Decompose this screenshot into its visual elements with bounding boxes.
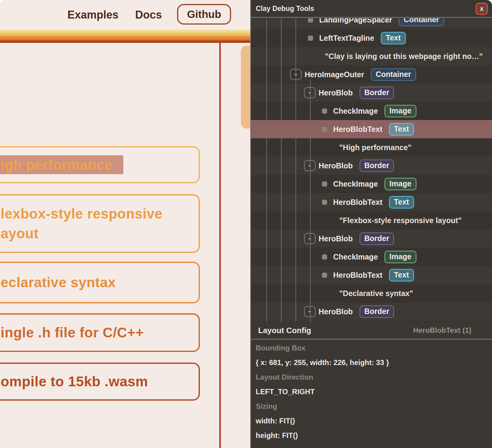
hero-feature-text: eclarative syntax — [1, 273, 116, 292]
hero-feature-box: ingle .h file for C/C++ — [0, 313, 200, 352]
element-type-badge: Container — [399, 18, 444, 26]
hero-feature-box: igh performance — [0, 146, 200, 183]
tree-text-content-row[interactable]: "High performance" — [251, 138, 492, 157]
header-stripe-bar — [0, 30, 250, 43]
layout-config-header: Layout Config HeroBlobText (1) — [251, 322, 492, 339]
element-label: HeroBlobText — [333, 271, 382, 280]
hero-feature-box: eclarative syntax — [0, 262, 200, 303]
element-label: CheckImage — [333, 180, 378, 188]
hero-feature-text: ompile to 15kb .wasm — [1, 372, 148, 391]
vertical-divider — [219, 43, 221, 448]
tree-element-row-HeroBlob[interactable]: -HeroBlobBorder — [251, 229, 492, 248]
tree-text-content-row[interactable]: "Clay is laying out this webpage right n… — [251, 47, 492, 65]
element-type-badge: Image — [384, 251, 416, 263]
tree-element-row-LeftTextTagline[interactable]: LeftTextTaglineText — [251, 29, 492, 47]
clay-debug-tools-panel: Clay Debug Tools x LandingPageSpacerCont… — [250, 0, 492, 448]
element-type-badge: Border — [360, 160, 394, 172]
collapse-button[interactable]: - — [304, 87, 316, 98]
config-field-label: Sizing — [256, 399, 492, 414]
stripe — [0, 30, 250, 33]
leaf-node-icon — [322, 254, 327, 260]
nav-examples[interactable]: Examples — [67, 9, 118, 21]
element-type-badge: Image — [384, 178, 416, 190]
element-label: CheckImage — [333, 253, 378, 261]
indent-guide-line — [296, 18, 296, 322]
leaf-node-icon — [308, 18, 313, 22]
element-label: HeroBlob — [319, 161, 353, 170]
indent-guide-line — [310, 80, 311, 322]
leaf-node-icon — [322, 181, 327, 187]
close-icon: x — [480, 5, 483, 12]
tree-element-row-LandingPageSpacer[interactable]: LandingPageSpacerContainer — [251, 18, 492, 29]
indent-guide-line — [281, 18, 282, 322]
tree-element-row-HeroBlobText[interactable]: HeroBlobTextText — [251, 193, 492, 211]
leaf-node-icon — [322, 109, 327, 114]
tree-element-row-HeroBlob[interactable]: -HeroBlobBorder — [251, 302, 492, 321]
element-text-content: "Clay is laying out this webpage right n… — [325, 52, 483, 61]
element-label: HeroBlob — [319, 88, 353, 97]
hero-feature-text: ingle .h file for C/C++ — [1, 323, 144, 342]
element-label: HeroBlobText — [333, 125, 382, 134]
element-text-content: "Flexbox-style responsive layout" — [339, 216, 462, 225]
debug-panel-title: Clay Debug Tools — [251, 5, 314, 13]
element-type-badge: Text — [389, 269, 414, 281]
hero-feature-text: lexbox-style responsive ayout — [1, 204, 172, 243]
element-type-badge: Text — [389, 196, 414, 208]
element-label: HeroBlobText — [333, 198, 382, 207]
tree-text-content-row[interactable]: "Flexbox-style responsive layout" — [251, 211, 492, 229]
element-type-badge: Border — [360, 87, 394, 99]
debug-panel-titlebar: Clay Debug Tools — [251, 0, 492, 18]
tree-element-row-HeroBlobText[interactable]: HeroBlobTextText — [251, 120, 492, 138]
github-button[interactable]: Github — [177, 4, 231, 25]
element-type-badge: Image — [384, 105, 416, 117]
leaf-node-icon — [322, 127, 327, 132]
element-type-badge: Border — [360, 305, 394, 318]
element-tree: LandingPageSpacerContainerLeftTextTaglin… — [251, 18, 492, 322]
collapse-button[interactable]: - — [304, 233, 316, 244]
tree-element-row-HeroBlob[interactable]: -HeroBlobBorder — [251, 157, 492, 175]
element-type-badge: Text — [381, 32, 406, 44]
config-field-value: { x: 681, y: 255, width: 226, height: 33… — [256, 355, 492, 370]
layout-config-fields: Bounding Box{ x: 681, y: 255, width: 226… — [251, 340, 492, 448]
github-button-label: Github — [187, 8, 221, 20]
element-text-content: "High performance" — [339, 143, 412, 152]
layout-config-title: Layout Config — [251, 326, 311, 335]
element-type-badge: Text — [389, 123, 414, 136]
config-field-label: Bounding Box — [256, 341, 492, 355]
nav-docs[interactable]: Docs — [135, 9, 162, 21]
element-label: LandingPageSpacer — [319, 18, 392, 24]
config-field-value: height: FIT() — [256, 428, 492, 443]
leaf-node-icon — [322, 200, 327, 205]
stripe — [0, 36, 250, 39]
stripe — [0, 33, 250, 36]
element-label: HeroImageOuter — [305, 70, 364, 79]
hero-feature-text: igh performance — [1, 155, 112, 174]
tree-element-row-CheckImage[interactable]: CheckImageImage — [251, 175, 492, 193]
leaf-node-icon — [308, 36, 313, 41]
indent-guide-line — [266, 18, 267, 322]
element-text-content: "Declarative syntax" — [339, 289, 413, 298]
element-type-badge: Container — [371, 68, 416, 81]
config-field-value: LEFT_TO_RIGHT — [256, 384, 492, 399]
app-window: Examples Docs Github igh performance lex… — [0, 0, 492, 448]
collapse-button[interactable]: - — [304, 160, 316, 171]
tree-element-row-CheckImage[interactable]: CheckImageImage — [251, 102, 492, 120]
tree-text-content-row[interactable]: "Declarative syntax" — [251, 284, 492, 302]
tree-element-row-CheckImage[interactable]: CheckImageImage — [251, 248, 492, 266]
element-type-badge: Border — [360, 233, 394, 245]
layout-config-context: HeroBlobText (1) — [413, 326, 492, 335]
stripe — [0, 40, 250, 43]
collapse-button[interactable]: - — [304, 306, 316, 317]
element-label: HeroBlob — [319, 234, 353, 243]
tree-element-row-HeroBlob[interactable]: -HeroBlobBorder — [251, 84, 492, 102]
config-field-label: Layout Direction — [256, 370, 492, 384]
element-label: HeroBlob — [319, 307, 353, 316]
tree-element-row-HeroImageOuter[interactable]: -HeroImageOuterContainer — [251, 65, 492, 84]
config-field-value: width: FIT() — [256, 414, 492, 428]
tree-element-row-HeroBlobText[interactable]: HeroBlobTextText — [251, 266, 492, 284]
hero-feature-box: ompile to 15kb .wasm — [0, 363, 200, 401]
hero-feature-box: lexbox-style responsive ayout — [0, 194, 200, 253]
clay-landing-page: Examples Docs Github igh performance lex… — [0, 0, 250, 448]
close-button[interactable]: x — [476, 3, 488, 15]
element-label: CheckImage — [333, 107, 378, 115]
